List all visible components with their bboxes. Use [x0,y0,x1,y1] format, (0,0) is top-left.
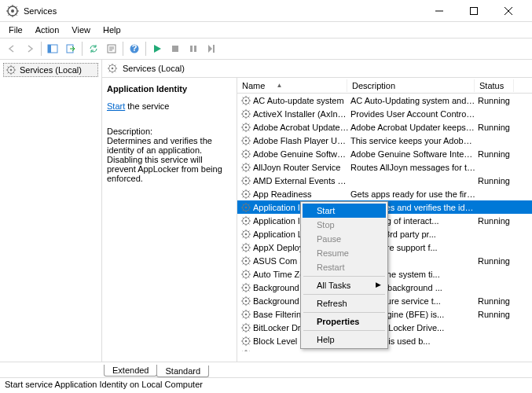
svg-point-44 [245,273,248,275]
service-status: Running [476,96,515,105]
back-button[interactable] [3,40,20,57]
forward-button[interactable] [21,40,39,57]
refresh-button[interactable] [85,40,102,57]
service-name: Bluetooth Har [253,350,349,352]
start-service-button[interactable] [149,40,166,57]
gear-icon [240,175,251,186]
service-row[interactable]: AMD External Events UtilityRunning [237,174,532,187]
right-panel-header: Services (Local) [102,60,532,78]
service-name: ActiveX Installer (AxInstSV) [253,109,349,119]
column-description[interactable]: Description [347,79,475,92]
gear-icon [240,269,251,280]
service-row[interactable]: ActiveX Installer (AxInstSV)Provides Use… [237,107,532,120]
service-status: Running [476,256,515,266]
gear-icon [240,108,251,119]
detail-pane: Application Identity Start the service D… [102,78,237,362]
svg-text:?: ? [132,43,138,53]
close-button[interactable] [491,0,526,22]
svg-point-24 [245,139,248,141]
tab-extended[interactable]: Extended [104,365,157,376]
service-row[interactable]: AllJoyn Router ServiceRoutes AllJoyn mes… [237,160,532,174]
export-list-button[interactable] [62,40,79,57]
service-description: Adobe Acrobat Updater keeps yo... [349,123,476,132]
right-panel-title: Services (Local) [123,64,185,73]
menu-view[interactable]: View [66,24,96,36]
gear-icon [240,242,251,253]
service-row[interactable]: App ReadinessGets apps ready for use the… [237,187,532,200]
restart-service-button[interactable] [203,40,220,57]
show-hide-tree-button[interactable] [44,40,61,57]
svg-point-46 [245,286,248,288]
svg-point-14 [10,69,13,72]
sort-asc-icon: ▲ [276,82,282,89]
help-button[interactable]: ? [126,40,143,57]
svg-point-20 [245,112,248,115]
start-service-link[interactable]: Start [107,101,125,111]
gear-icon [240,122,251,133]
window-title: Services [24,6,422,16]
service-description: Gets apps ready for use the first ti... [349,189,476,199]
service-name: AC Auto-update system [253,96,349,105]
svg-point-22 [245,126,248,128]
gear-icon [240,322,251,333]
context-start[interactable]: Start [303,204,386,218]
svg-rect-10 [190,46,193,52]
menu-action[interactable]: Action [30,24,65,36]
service-row[interactable]: Adobe Flash Player Update ...This servic… [237,134,532,147]
gear-icon [107,63,118,74]
pause-service-button[interactable] [185,40,202,57]
service-row[interactable]: Adobe Acrobat Update Serv...Adobe Acroba… [237,120,532,134]
tab-standard[interactable]: Standard [156,365,209,377]
gear-icon [6,64,17,75]
minimize-button[interactable] [422,0,457,22]
svg-point-16 [112,68,114,70]
menu-bar: File Action View Help [0,22,532,38]
svg-rect-9 [172,46,178,52]
gear-icon [240,149,251,160]
service-status: Running [476,123,515,132]
description-header: Description: [107,127,232,136]
svg-point-38 [245,233,248,235]
selected-service-name: Application Identity [107,84,232,94]
context-refresh[interactable]: Refresh [303,296,386,310]
toolbar: ? [0,38,532,60]
stop-service-button[interactable] [167,40,184,57]
svg-rect-2 [471,7,478,14]
gear-icon [240,215,251,226]
start-tail: the service [125,101,169,111]
context-help[interactable]: Help [303,332,386,347]
gear-icon [240,135,251,146]
svg-rect-4 [48,45,51,53]
svg-point-52 [245,326,248,329]
service-description: eless Bluetooth heads... [349,350,476,352]
service-row[interactable]: Adobe Genuine Software In...Adobe Genuin… [237,147,532,160]
svg-point-28 [245,166,248,168]
properties-button[interactable] [103,40,120,57]
gear-icon [240,189,251,200]
context-restart[interactable]: Restart [303,260,386,274]
svg-point-48 [245,299,248,302]
context-pause[interactable]: Pause [303,232,386,246]
context-properties[interactable]: Properties [303,314,386,329]
service-status: Running [476,216,515,226]
gear-icon [240,296,251,307]
service-row[interactable]: AC Auto-update systemAC Auto-Updating sy… [237,94,532,107]
svg-point-50 [245,313,248,315]
menu-help[interactable]: Help [97,24,127,36]
status-bar: Start service Application Identity on Lo… [0,377,532,393]
tree-root-item[interactable]: Services (Local) [3,63,98,77]
service-name: Adobe Acrobat Update Serv... [253,123,349,132]
menu-file[interactable]: File [3,24,28,36]
gear-icon [240,229,251,240]
column-name[interactable]: Name ▲ [237,79,347,92]
gear-icon [240,282,251,293]
context-all-tasks[interactable]: All Tasks▶ [303,278,386,292]
service-description: Adobe Genuine Software Integrit... [349,149,476,159]
maximize-button[interactable] [457,0,491,22]
services-icon [6,5,19,17]
context-resume[interactable]: Resume [303,246,386,260]
view-tabs: Extended Standard [0,362,532,377]
column-status[interactable]: Status [475,79,514,92]
service-description: Routes AllJoyn messages for the l... [349,163,476,172]
context-stop[interactable]: Stop [303,218,386,232]
